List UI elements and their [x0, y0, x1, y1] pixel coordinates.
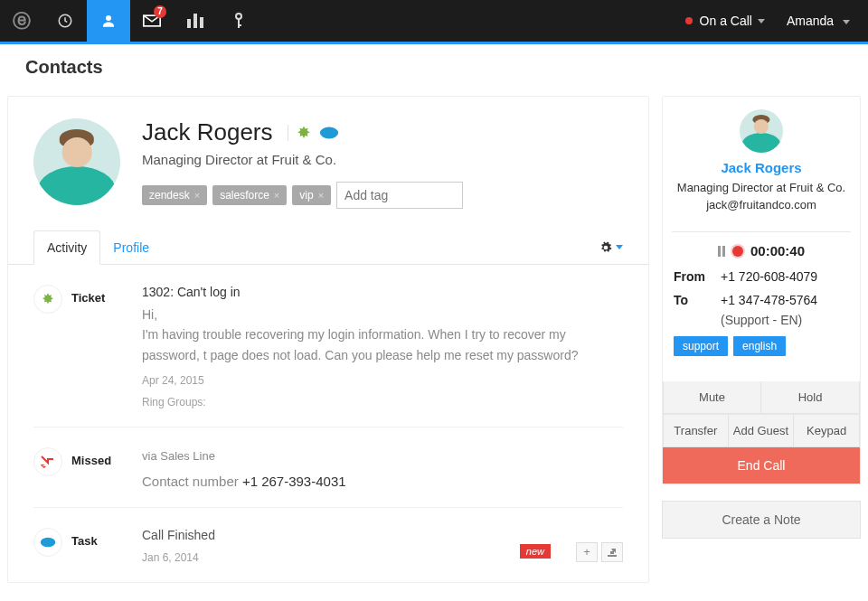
missed-call-icon	[33, 447, 62, 476]
new-badge: new	[520, 544, 551, 559]
status-dot-icon	[685, 17, 693, 24]
call-timer-row: 00:00:40	[663, 243, 860, 258]
feed-item-task: Task Call Finished Jan 6, 2014 new +	[33, 507, 623, 582]
record-icon[interactable]	[732, 246, 743, 257]
to-number: +1 347-478-5764	[721, 293, 817, 307]
svg-point-1	[106, 15, 111, 21]
side-panel: Jack Rogers Managing Director at Fruit &…	[662, 96, 861, 583]
contact-number-label: Contact number	[142, 474, 242, 489]
mute-button[interactable]: Mute	[663, 381, 761, 414]
gear-icon	[599, 241, 612, 254]
nav-inbox[interactable]: 7	[130, 0, 174, 42]
svg-point-6	[236, 14, 241, 19]
contact-title: Managing Director at Fruit & Co.	[142, 152, 623, 167]
zendesk-icon	[33, 285, 62, 314]
zendesk-icon[interactable]	[296, 125, 312, 141]
side-contact-title: Managing Director at Fruit & Co.	[672, 181, 851, 194]
feed-type-label: Ticket	[71, 285, 105, 305]
transfer-button[interactable]: Transfer	[663, 415, 729, 447]
feed-meta: Ring Groups:	[142, 396, 623, 408]
svg-rect-11	[608, 555, 617, 557]
pause-icon[interactable]	[718, 246, 725, 257]
svg-rect-3	[187, 19, 191, 28]
svg-point-9	[319, 127, 337, 138]
add-guest-button[interactable]: Add Guest	[729, 415, 795, 447]
contact-number: +1 267-393-4031	[242, 474, 346, 489]
bars-icon	[187, 14, 203, 28]
feed-date: Apr 24, 2015	[142, 374, 623, 387]
feed-item-missed: Missed via Sales Line Contact number +1 …	[33, 427, 623, 507]
svg-rect-4	[193, 14, 197, 28]
avatar-small	[740, 109, 783, 153]
feed-type-label: Missed	[71, 447, 111, 467]
tag-zendesk[interactable]: zendesk×	[142, 185, 207, 205]
settings-dropdown[interactable]	[599, 241, 623, 254]
nav-contacts[interactable]	[87, 0, 130, 42]
user-menu[interactable]: Amanda	[787, 14, 850, 28]
share-button[interactable]	[601, 542, 623, 562]
nav-history[interactable]	[43, 0, 87, 42]
call-status[interactable]: On a Call	[685, 14, 765, 28]
contact-name: Jack Rogers	[142, 118, 273, 146]
status-text: On a Call	[700, 14, 752, 28]
end-call-button[interactable]: End Call	[663, 447, 860, 484]
avatar	[33, 118, 120, 205]
tag-vip[interactable]: vip×	[292, 185, 331, 205]
chevron-down-icon	[616, 245, 623, 249]
topbar: ⓔ 7 On a Call Amanda	[0, 0, 868, 42]
svg-rect-8	[238, 24, 241, 26]
remove-tag-icon[interactable]: ×	[194, 190, 200, 201]
hold-button[interactable]: Hold	[761, 381, 860, 414]
user-name: Amanda	[787, 14, 834, 28]
from-label: From	[674, 269, 721, 284]
add-button[interactable]: +	[576, 542, 598, 562]
feed-title: 1302: Can't log in	[142, 285, 623, 299]
svg-point-10	[41, 538, 56, 548]
side-contact-name[interactable]: Jack Rogers	[672, 160, 851, 175]
svg-rect-7	[238, 19, 240, 28]
to-label: To	[674, 293, 721, 307]
inbox-badge: 7	[154, 5, 166, 18]
keypad-button[interactable]: Keypad	[794, 415, 860, 447]
nav-logo[interactable]: ⓔ	[0, 0, 43, 42]
remove-tag-icon[interactable]: ×	[318, 190, 324, 201]
feed-date: Jan 6, 2014	[142, 551, 623, 564]
call-timer: 00:00:40	[750, 243, 805, 258]
side-tag-support[interactable]: support	[674, 336, 728, 356]
create-note-button[interactable]: Create a Note	[662, 501, 861, 539]
tab-activity[interactable]: Activity	[33, 230, 100, 265]
add-tag-input[interactable]	[336, 182, 463, 209]
from-number: +1 720-608-4079	[721, 269, 817, 284]
share-icon	[607, 547, 618, 558]
logo-icon: ⓔ	[13, 9, 31, 33]
side-tag-english[interactable]: english	[733, 336, 786, 356]
nav-reports[interactable]	[174, 0, 217, 42]
feed-title: Call Finished	[142, 528, 623, 542]
salesforce-icon[interactable]	[319, 126, 339, 140]
feed-via: via Sales Line	[142, 447, 623, 466]
tags-row: zendesk× salesforce× vip×	[142, 182, 623, 209]
page-title: Contacts	[0, 44, 868, 87]
tag-salesforce[interactable]: salesforce×	[212, 185, 287, 205]
feed-type-label: Task	[71, 528, 98, 548]
clock-icon	[57, 13, 73, 29]
remove-tag-icon[interactable]: ×	[274, 190, 279, 201]
key-icon	[234, 13, 243, 29]
svg-rect-5	[200, 17, 203, 28]
salesforce-icon	[33, 528, 62, 557]
chevron-down-icon	[758, 19, 765, 23]
tab-profile[interactable]: Profile	[100, 231, 162, 264]
nav-keys[interactable]	[217, 0, 260, 42]
feed-greeting: Hi,	[142, 305, 623, 324]
side-contact-email: jack@fruitandco.com	[672, 198, 851, 211]
feed-item-ticket: Ticket 1302: Can't log in Hi, I'm having…	[33, 265, 623, 427]
main-panel: Jack Rogers Managing Director at Fruit &…	[7, 96, 649, 583]
to-sublabel: (Support - EN)	[721, 313, 849, 327]
chevron-down-icon	[843, 20, 850, 24]
feed-body-text: I'm having trouble recovering my login i…	[142, 324, 623, 365]
person-icon	[100, 13, 117, 29]
